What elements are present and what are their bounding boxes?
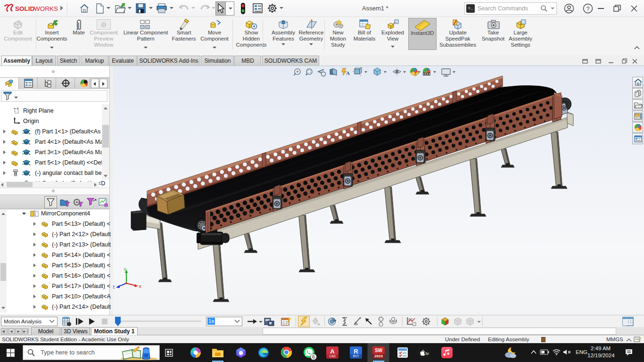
svg-text:SOLID: SOLID	[15, 5, 35, 12]
svg-text:WORKS: WORKS	[34, 5, 58, 12]
svg-text:E8: E8	[408, 318, 413, 321]
svg-text:A: A	[330, 348, 335, 355]
svg-text:R: R	[354, 348, 358, 355]
svg-text:RVT: RVT	[353, 354, 359, 358]
svg-text:X: X	[139, 284, 141, 289]
svg-text:Z: Z	[113, 285, 115, 289]
svg-text:SW: SW	[375, 348, 383, 353]
svg-text:?: ?	[586, 6, 590, 12]
svg-text:CAD: CAD	[329, 354, 336, 358]
svg-text:tv: tv	[425, 351, 429, 356]
svg-text:A: A	[346, 70, 350, 76]
svg-text:2023: 2023	[374, 354, 383, 358]
svg-text:Y: Y	[124, 267, 126, 272]
